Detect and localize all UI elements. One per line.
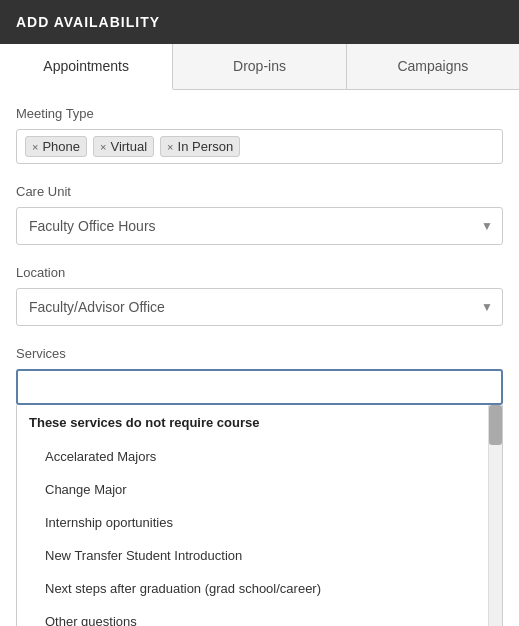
services-list: These services do not require course Acc… xyxy=(17,405,488,626)
services-input[interactable] xyxy=(16,369,503,405)
list-item[interactable]: Change Major xyxy=(17,473,488,506)
tag-remove-phone[interactable]: × xyxy=(32,141,38,153)
tab-appointments[interactable]: Appointments xyxy=(0,44,173,90)
services-label: Services xyxy=(16,346,503,361)
services-dropdown: These services do not require course Acc… xyxy=(16,405,503,626)
care-unit-select-wrapper: Faculty Office Hours ▼ xyxy=(16,207,503,245)
services-group: Services These services do not require c… xyxy=(16,346,503,626)
list-item[interactable]: Accelarated Majors xyxy=(17,440,488,473)
tag-inperson-label: In Person xyxy=(178,139,234,154)
content-area: Meeting Type × Phone × Virtual × In Pers… xyxy=(0,90,519,626)
scrollbar-track[interactable] xyxy=(488,405,502,626)
location-label: Location xyxy=(16,265,503,280)
meeting-type-group: Meeting Type × Phone × Virtual × In Pers… xyxy=(16,106,503,164)
list-item[interactable]: New Transfer Student Introduction xyxy=(17,539,488,572)
list-item[interactable]: Internship oportunities xyxy=(17,506,488,539)
header-title: ADD AVAILABILITY xyxy=(16,14,160,30)
care-unit-select[interactable]: Faculty Office Hours xyxy=(16,207,503,245)
location-select[interactable]: Faculty/Advisor Office xyxy=(16,288,503,326)
tag-virtual[interactable]: × Virtual xyxy=(93,136,154,157)
meeting-type-tags: × Phone × Virtual × In Person xyxy=(16,129,503,164)
tag-remove-virtual[interactable]: × xyxy=(100,141,106,153)
tag-virtual-label: Virtual xyxy=(110,139,147,154)
tag-remove-inperson[interactable]: × xyxy=(167,141,173,153)
tab-dropins[interactable]: Drop-ins xyxy=(173,44,346,89)
care-unit-group: Care Unit Faculty Office Hours ▼ xyxy=(16,184,503,245)
location-group: Location Faculty/Advisor Office ▼ xyxy=(16,265,503,326)
tag-phone[interactable]: × Phone xyxy=(25,136,87,157)
page-header: ADD AVAILABILITY xyxy=(0,0,519,44)
tag-inperson[interactable]: × In Person xyxy=(160,136,240,157)
tag-phone-label: Phone xyxy=(42,139,80,154)
services-group-header: These services do not require course xyxy=(17,405,488,440)
meeting-type-label: Meeting Type xyxy=(16,106,503,121)
tab-bar: Appointments Drop-ins Campaigns xyxy=(0,44,519,90)
care-unit-label: Care Unit xyxy=(16,184,503,199)
scrollbar-thumb[interactable] xyxy=(489,405,502,445)
list-item[interactable]: Next steps after graduation (grad school… xyxy=(17,572,488,605)
tab-campaigns[interactable]: Campaigns xyxy=(347,44,519,89)
location-select-wrapper: Faculty/Advisor Office ▼ xyxy=(16,288,503,326)
list-item[interactable]: Other questions xyxy=(17,605,488,626)
